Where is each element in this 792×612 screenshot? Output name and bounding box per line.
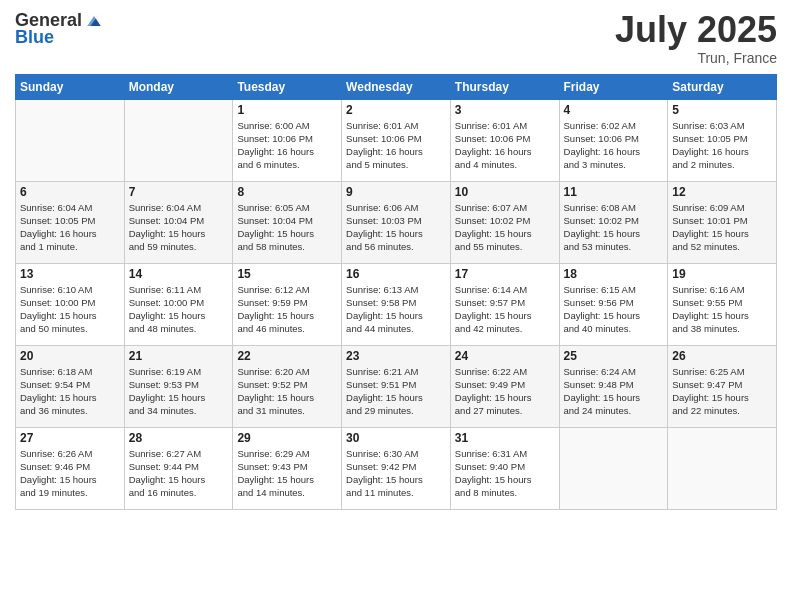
day-number: 17 <box>455 267 555 281</box>
logo-blue: Blue <box>15 27 54 48</box>
calendar-cell: 28Sunrise: 6:27 AM Sunset: 9:44 PM Dayli… <box>124 427 233 509</box>
calendar-cell: 29Sunrise: 6:29 AM Sunset: 9:43 PM Dayli… <box>233 427 342 509</box>
calendar-cell: 16Sunrise: 6:13 AM Sunset: 9:58 PM Dayli… <box>342 263 451 345</box>
day-number: 9 <box>346 185 446 199</box>
calendar-cell: 5Sunrise: 6:03 AM Sunset: 10:05 PM Dayli… <box>668 99 777 181</box>
day-number: 26 <box>672 349 772 363</box>
calendar-cell: 21Sunrise: 6:19 AM Sunset: 9:53 PM Dayli… <box>124 345 233 427</box>
calendar-cell: 7Sunrise: 6:04 AM Sunset: 10:04 PM Dayli… <box>124 181 233 263</box>
calendar-cell: 31Sunrise: 6:31 AM Sunset: 9:40 PM Dayli… <box>450 427 559 509</box>
weekday-friday: Friday <box>559 74 668 99</box>
day-info: Sunrise: 6:06 AM Sunset: 10:03 PM Daylig… <box>346 201 446 254</box>
day-info: Sunrise: 6:22 AM Sunset: 9:49 PM Dayligh… <box>455 365 555 418</box>
day-number: 6 <box>20 185 120 199</box>
calendar-cell: 13Sunrise: 6:10 AM Sunset: 10:00 PM Dayl… <box>16 263 125 345</box>
weekday-monday: Monday <box>124 74 233 99</box>
page: General Blue July 2025 Trun, France Sund… <box>0 0 792 612</box>
weekday-wednesday: Wednesday <box>342 74 451 99</box>
day-number: 29 <box>237 431 337 445</box>
day-info: Sunrise: 6:20 AM Sunset: 9:52 PM Dayligh… <box>237 365 337 418</box>
calendar-cell: 12Sunrise: 6:09 AM Sunset: 10:01 PM Dayl… <box>668 181 777 263</box>
location: Trun, France <box>615 50 777 66</box>
day-info: Sunrise: 6:02 AM Sunset: 10:06 PM Daylig… <box>564 119 664 172</box>
calendar-cell: 30Sunrise: 6:30 AM Sunset: 9:42 PM Dayli… <box>342 427 451 509</box>
title-area: July 2025 Trun, France <box>615 10 777 66</box>
day-info: Sunrise: 6:12 AM Sunset: 9:59 PM Dayligh… <box>237 283 337 336</box>
calendar-cell: 20Sunrise: 6:18 AM Sunset: 9:54 PM Dayli… <box>16 345 125 427</box>
day-number: 3 <box>455 103 555 117</box>
day-number: 13 <box>20 267 120 281</box>
day-number: 14 <box>129 267 229 281</box>
day-number: 19 <box>672 267 772 281</box>
calendar-cell: 25Sunrise: 6:24 AM Sunset: 9:48 PM Dayli… <box>559 345 668 427</box>
calendar-cell <box>124 99 233 181</box>
day-info: Sunrise: 6:11 AM Sunset: 10:00 PM Daylig… <box>129 283 229 336</box>
day-number: 5 <box>672 103 772 117</box>
day-info: Sunrise: 6:19 AM Sunset: 9:53 PM Dayligh… <box>129 365 229 418</box>
day-info: Sunrise: 6:01 AM Sunset: 10:06 PM Daylig… <box>455 119 555 172</box>
day-number: 24 <box>455 349 555 363</box>
weekday-header-row: SundayMondayTuesdayWednesdayThursdayFrid… <box>16 74 777 99</box>
logo-icon <box>84 11 104 31</box>
header: General Blue July 2025 Trun, France <box>15 10 777 66</box>
day-number: 28 <box>129 431 229 445</box>
calendar-cell: 4Sunrise: 6:02 AM Sunset: 10:06 PM Dayli… <box>559 99 668 181</box>
calendar-row-2: 13Sunrise: 6:10 AM Sunset: 10:00 PM Dayl… <box>16 263 777 345</box>
day-number: 4 <box>564 103 664 117</box>
day-number: 18 <box>564 267 664 281</box>
calendar-row-1: 6Sunrise: 6:04 AM Sunset: 10:05 PM Dayli… <box>16 181 777 263</box>
day-info: Sunrise: 6:25 AM Sunset: 9:47 PM Dayligh… <box>672 365 772 418</box>
calendar-cell: 1Sunrise: 6:00 AM Sunset: 10:06 PM Dayli… <box>233 99 342 181</box>
calendar-cell: 18Sunrise: 6:15 AM Sunset: 9:56 PM Dayli… <box>559 263 668 345</box>
day-number: 11 <box>564 185 664 199</box>
day-info: Sunrise: 6:00 AM Sunset: 10:06 PM Daylig… <box>237 119 337 172</box>
calendar-cell: 24Sunrise: 6:22 AM Sunset: 9:49 PM Dayli… <box>450 345 559 427</box>
day-info: Sunrise: 6:05 AM Sunset: 10:04 PM Daylig… <box>237 201 337 254</box>
day-number: 30 <box>346 431 446 445</box>
day-info: Sunrise: 6:01 AM Sunset: 10:06 PM Daylig… <box>346 119 446 172</box>
day-number: 10 <box>455 185 555 199</box>
day-info: Sunrise: 6:26 AM Sunset: 9:46 PM Dayligh… <box>20 447 120 500</box>
day-number: 23 <box>346 349 446 363</box>
day-info: Sunrise: 6:13 AM Sunset: 9:58 PM Dayligh… <box>346 283 446 336</box>
day-number: 15 <box>237 267 337 281</box>
day-info: Sunrise: 6:30 AM Sunset: 9:42 PM Dayligh… <box>346 447 446 500</box>
day-info: Sunrise: 6:08 AM Sunset: 10:02 PM Daylig… <box>564 201 664 254</box>
calendar-cell: 26Sunrise: 6:25 AM Sunset: 9:47 PM Dayli… <box>668 345 777 427</box>
calendar-cell <box>559 427 668 509</box>
calendar-row-3: 20Sunrise: 6:18 AM Sunset: 9:54 PM Dayli… <box>16 345 777 427</box>
day-info: Sunrise: 6:31 AM Sunset: 9:40 PM Dayligh… <box>455 447 555 500</box>
day-number: 21 <box>129 349 229 363</box>
calendar-cell: 14Sunrise: 6:11 AM Sunset: 10:00 PM Dayl… <box>124 263 233 345</box>
weekday-saturday: Saturday <box>668 74 777 99</box>
month-title: July 2025 <box>615 10 777 50</box>
day-info: Sunrise: 6:09 AM Sunset: 10:01 PM Daylig… <box>672 201 772 254</box>
calendar-cell: 15Sunrise: 6:12 AM Sunset: 9:59 PM Dayli… <box>233 263 342 345</box>
day-info: Sunrise: 6:21 AM Sunset: 9:51 PM Dayligh… <box>346 365 446 418</box>
calendar-cell <box>16 99 125 181</box>
day-number: 22 <box>237 349 337 363</box>
calendar-cell: 10Sunrise: 6:07 AM Sunset: 10:02 PM Dayl… <box>450 181 559 263</box>
day-number: 31 <box>455 431 555 445</box>
calendar-cell: 27Sunrise: 6:26 AM Sunset: 9:46 PM Dayli… <box>16 427 125 509</box>
calendar-cell: 23Sunrise: 6:21 AM Sunset: 9:51 PM Dayli… <box>342 345 451 427</box>
day-number: 8 <box>237 185 337 199</box>
day-number: 25 <box>564 349 664 363</box>
day-number: 1 <box>237 103 337 117</box>
calendar-cell: 8Sunrise: 6:05 AM Sunset: 10:04 PM Dayli… <box>233 181 342 263</box>
day-info: Sunrise: 6:15 AM Sunset: 9:56 PM Dayligh… <box>564 283 664 336</box>
calendar-cell: 2Sunrise: 6:01 AM Sunset: 10:06 PM Dayli… <box>342 99 451 181</box>
calendar-row-4: 27Sunrise: 6:26 AM Sunset: 9:46 PM Dayli… <box>16 427 777 509</box>
day-number: 16 <box>346 267 446 281</box>
calendar-cell: 19Sunrise: 6:16 AM Sunset: 9:55 PM Dayli… <box>668 263 777 345</box>
day-info: Sunrise: 6:24 AM Sunset: 9:48 PM Dayligh… <box>564 365 664 418</box>
day-info: Sunrise: 6:04 AM Sunset: 10:04 PM Daylig… <box>129 201 229 254</box>
day-number: 2 <box>346 103 446 117</box>
day-info: Sunrise: 6:03 AM Sunset: 10:05 PM Daylig… <box>672 119 772 172</box>
day-number: 7 <box>129 185 229 199</box>
calendar-cell: 3Sunrise: 6:01 AM Sunset: 10:06 PM Dayli… <box>450 99 559 181</box>
day-info: Sunrise: 6:10 AM Sunset: 10:00 PM Daylig… <box>20 283 120 336</box>
calendar-cell: 6Sunrise: 6:04 AM Sunset: 10:05 PM Dayli… <box>16 181 125 263</box>
day-number: 20 <box>20 349 120 363</box>
calendar-cell: 17Sunrise: 6:14 AM Sunset: 9:57 PM Dayli… <box>450 263 559 345</box>
